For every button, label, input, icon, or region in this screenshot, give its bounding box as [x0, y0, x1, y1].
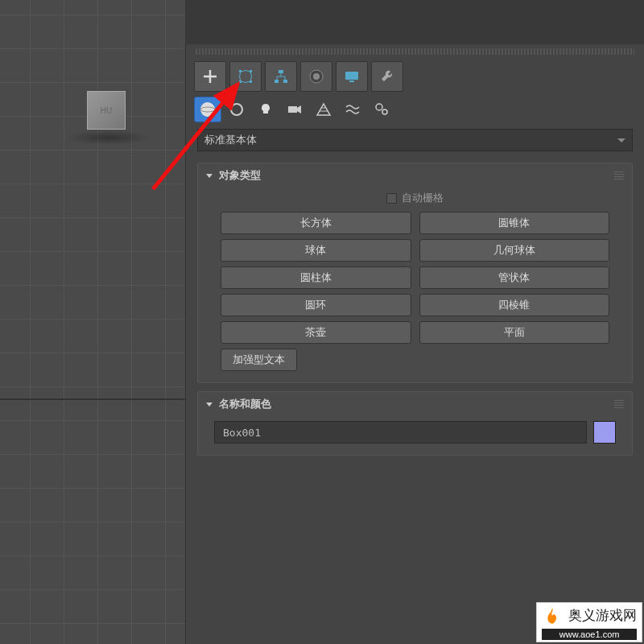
- name-color-header[interactable]: 名称和颜色: [198, 392, 632, 416]
- motion-tab[interactable]: [300, 61, 332, 92]
- sphere-icon: [199, 101, 217, 118]
- hierarchy-icon: [272, 68, 290, 85]
- svg-point-13: [231, 104, 242, 115]
- lights-category[interactable]: [252, 97, 279, 122]
- command-panel: 标准基本体 对象类型 自动栅格 长方体 圆锥体 球体 几何球体 圆柱体 管状体 …: [185, 44, 644, 644]
- svg-rect-5: [275, 80, 279, 83]
- svg-rect-14: [288, 106, 297, 113]
- motion-icon: [308, 68, 325, 85]
- svg-rect-6: [283, 80, 287, 83]
- chevron-down-icon: [617, 138, 625, 142]
- display-icon: [343, 68, 361, 85]
- autogrid-label: 自动栅格: [402, 191, 444, 205]
- object-color-swatch[interactable]: [593, 421, 616, 444]
- modify-tab[interactable]: [229, 61, 262, 92]
- geosphere-button[interactable]: 几何球体: [419, 239, 610, 262]
- wrench-icon: [378, 68, 396, 85]
- create-tab[interactable]: [194, 61, 226, 92]
- drag-grip-icon: [614, 171, 624, 180]
- gear-icon: [374, 101, 390, 118]
- rollout-title: 名称和颜色: [219, 397, 271, 411]
- viewport[interactable]: HU: [0, 0, 185, 644]
- spacewarps-category[interactable]: [339, 97, 366, 122]
- object-name-input[interactable]: Box001: [214, 421, 587, 444]
- watermark-text: 奥义游戏网: [568, 608, 637, 623]
- modify-icon: [237, 68, 254, 85]
- svg-rect-4: [279, 70, 283, 73]
- name-color-rollout: 名称和颜色 Box001: [197, 391, 633, 456]
- shapes-icon: [229, 101, 245, 118]
- panel-grip[interactable]: [196, 48, 634, 55]
- hierarchy-tab[interactable]: [265, 61, 297, 92]
- flame-icon: [542, 606, 563, 627]
- helpers-category[interactable]: [310, 97, 337, 122]
- rollout-title: 对象类型: [219, 168, 261, 183]
- cone-button[interactable]: 圆锥体: [419, 212, 610, 234]
- category-tabs: [186, 97, 644, 129]
- svg-point-8: [313, 73, 320, 80]
- object-type-header[interactable]: 对象类型: [198, 163, 632, 188]
- sphere-button[interactable]: 球体: [221, 239, 411, 262]
- object-shadow: [66, 130, 151, 145]
- box-button[interactable]: 长方体: [221, 212, 411, 234]
- pyramid-button[interactable]: 四棱锥: [419, 294, 610, 316]
- light-icon: [258, 101, 274, 118]
- scene-object-box[interactable]: HU: [87, 91, 126, 130]
- camera-icon: [287, 101, 303, 118]
- svg-rect-10: [349, 80, 354, 82]
- display-tab[interactable]: [336, 61, 368, 92]
- svg-point-15: [376, 104, 382, 110]
- main-tabs: [186, 61, 644, 97]
- watermark-url: www.aoe1.com: [542, 629, 637, 640]
- torus-button[interactable]: 圆环: [221, 294, 411, 316]
- cylinder-button[interactable]: 圆柱体: [221, 266, 411, 289]
- cameras-category[interactable]: [281, 97, 308, 122]
- svg-point-11: [200, 102, 215, 117]
- geometry-category[interactable]: [194, 97, 221, 122]
- svg-point-16: [382, 109, 387, 114]
- teapot-button[interactable]: 茶壶: [221, 321, 411, 344]
- object-type-rollout: 对象类型 自动栅格 长方体 圆锥体 球体 几何球体 圆柱体 管状体 圆环 四棱锥…: [197, 163, 633, 383]
- autogrid-row: 自动栅格: [198, 188, 632, 212]
- primitive-button-grid: 长方体 圆锥体 球体 几何球体 圆柱体 管状体 圆环 四棱锥 茶壶 平面 加强型…: [198, 212, 632, 382]
- watermark: 奥义游戏网 www.aoe1.com: [536, 602, 642, 642]
- dropdown-label: 标准基本体: [204, 133, 257, 147]
- primitive-category-dropdown[interactable]: 标准基本体: [197, 129, 633, 151]
- utilities-tab[interactable]: [371, 61, 403, 92]
- spacewarp-icon: [345, 101, 361, 118]
- systems-category[interactable]: [368, 97, 395, 122]
- drag-grip-icon: [614, 400, 624, 408]
- textplus-button[interactable]: 加强型文本: [221, 349, 297, 371]
- plane-button[interactable]: 平面: [419, 321, 610, 344]
- autogrid-checkbox[interactable]: [386, 193, 397, 204]
- helper-icon: [316, 101, 332, 118]
- rollout-toggle-icon: [206, 174, 213, 178]
- svg-rect-9: [345, 72, 358, 80]
- plus-icon: [201, 68, 219, 85]
- shapes-category[interactable]: [223, 97, 250, 122]
- tube-button[interactable]: 管状体: [419, 266, 610, 289]
- rollout-toggle-icon: [206, 402, 213, 407]
- viewport-divider: [0, 398, 185, 400]
